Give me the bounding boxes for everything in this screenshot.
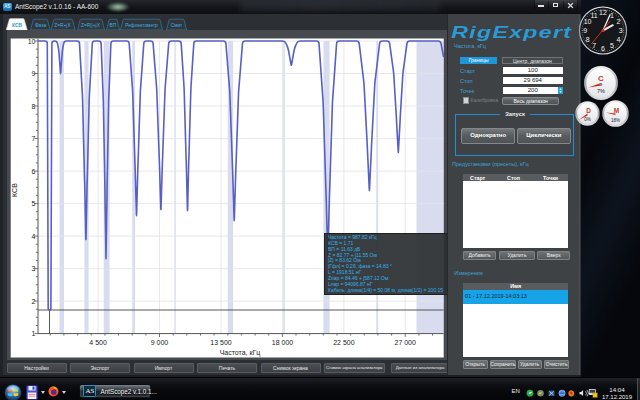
svg-text:6: 6 [32,168,36,175]
svg-text:0%: 0% [584,117,591,122]
svg-text:КСВ: КСВ [12,22,22,27]
svg-text:Рефлектометр: Рефлектометр [125,22,158,27]
svg-text:4 500: 4 500 [89,339,107,346]
svg-text:Фаза: Фаза [35,22,46,27]
svg-text:10: 10 [584,18,592,25]
svg-text:9 000: 9 000 [151,339,169,346]
svg-text:4: 4 [32,233,36,240]
svg-text:Z=R||+jX: Z=R||+jX [81,22,101,27]
svg-text:2: 2 [32,298,36,305]
svg-text:Смит: Смит [171,22,183,27]
svg-text:5: 5 [32,200,36,207]
svg-text:КСВ: КСВ [11,183,18,197]
svg-text:2: 2 [616,18,620,25]
svg-text:7%: 7% [597,88,605,94]
svg-text:11: 11 [590,12,597,19]
svg-text:4: 4 [616,36,620,43]
svg-text:7: 7 [32,135,36,142]
svg-text:D: D [586,107,591,114]
svg-text:ВП: ВП [109,22,116,27]
svg-text:18 000: 18 000 [272,339,294,346]
svg-text:18%: 18% [611,118,620,123]
svg-text:8: 8 [586,36,590,43]
svg-text:3: 3 [32,265,36,272]
svg-text:13 500: 13 500 [210,339,232,346]
svg-text:9: 9 [583,27,587,34]
svg-text:Z=R+jX: Z=R+jX [54,22,71,27]
svg-text:22 500: 22 500 [333,339,355,346]
svg-text:27 000: 27 000 [394,339,416,346]
svg-text:C: C [598,74,604,83]
svg-text:M: M [614,107,619,114]
svg-text:10: 10 [28,38,36,45]
svg-text:1: 1 [32,330,36,337]
svg-text:9: 9 [32,70,36,77]
svg-text:3: 3 [619,27,623,34]
svg-text:8: 8 [32,103,36,110]
svg-text:Частота, кГц: Частота, кГц [220,349,261,357]
